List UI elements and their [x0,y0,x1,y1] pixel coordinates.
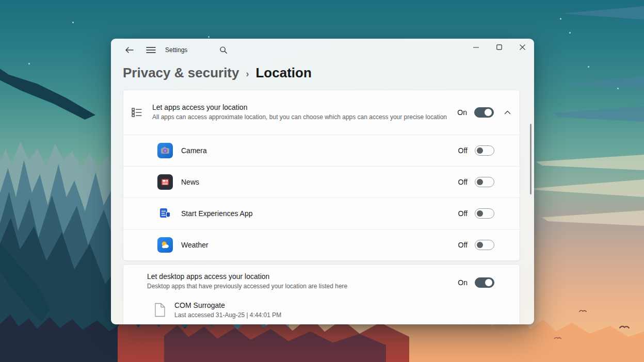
camera-location-toggle[interactable] [475,145,494,156]
app-row-news: News Off [123,166,520,198]
close-button[interactable] [511,39,534,56]
location-expander-header[interactable]: Let apps access your location All apps c… [123,90,520,135]
app-row-camera: Camera Off [123,135,520,166]
toggle-knob [477,242,483,248]
settings-content: Let apps access your location All apps c… [111,81,534,324]
location-apps-card: Let apps access your location All apps c… [123,90,520,261]
desktop-app-name: COM Surrogate [174,301,281,309]
search-button[interactable] [217,46,230,54]
location-expander-title: Let apps access your location [152,103,457,111]
weather-app-icon [157,237,173,253]
desktop-apps-location-toggle[interactable] [475,277,494,288]
start-experiences-location-toggle[interactable] [475,208,494,219]
titlebar: Settings [111,39,534,63]
news-location-toggle[interactable] [475,177,494,187]
back-button[interactable] [123,46,135,54]
minimize-button[interactable] [464,39,488,56]
app-title: Settings [165,46,187,54]
app-name: News [181,178,458,186]
toggle-knob [477,210,483,217]
maximize-icon [496,44,502,50]
chevron-up-icon [504,110,511,114]
wallpaper-star [28,63,30,64]
start-experiences-app-icon [157,206,173,221]
desktop-apps-title: Let desktop apps access your location [147,272,452,281]
app-row-start-experiences: Start Experiences App Off [123,198,520,229]
camera-app-icon [157,143,173,158]
weather-toggle-state-label: Off [458,241,468,249]
camera-toggle-state-label: Off [458,146,468,155]
wallpaper-pine-branch [0,62,95,120]
document-icon [154,303,166,317]
wallpaper-star [617,88,619,89]
wallpaper-cloud [542,210,644,226]
bird-silhouette [619,325,630,329]
close-icon [520,44,525,50]
wallpaper-star [560,18,561,20]
bird-silhouette [579,309,587,312]
app-name: Weather [181,241,458,249]
location-toggle-state-label: On [457,108,467,117]
location-expander-description: All apps can access approximate location… [152,113,457,122]
bird-silhouette [554,336,561,340]
breadcrumb-privacy-security[interactable]: Privacy & security [123,65,239,81]
location-toggle[interactable] [474,107,494,118]
wallpaper-star [208,36,210,38]
start-experiences-toggle-state-label: Off [458,209,468,218]
toggle-knob [485,109,492,116]
desktop-apps-description: Desktop apps that have previously access… [147,282,452,291]
app-name: Start Experiences App [181,209,458,218]
desktop-apps-header: Let desktop apps access your location De… [123,265,520,295]
desktop-app-last-accessed: Last accessed 31-Aug-25 | 4:44:01 PM [174,311,281,319]
scrollbar-thumb[interactable] [530,124,532,194]
news-toggle-state-label: Off [458,178,468,186]
window-controls [464,39,534,56]
wallpaper-cloud [536,155,644,170]
page-title: Location [255,65,311,81]
app-row-weather: Weather Off [123,229,520,260]
wallpaper-cloud [568,76,644,90]
breadcrumb: Privacy & security › Location [111,63,534,81]
settings-window: Settings Privacy & security › Location [111,39,534,324]
desktop-app-item-com-surrogate: COM Surrogate Last accessed 31-Aug-25 | … [123,295,520,324]
wallpaper-cloud [561,6,644,20]
hamburger-icon [146,46,156,54]
wallpaper-star [72,22,74,23]
toggle-knob [477,147,483,154]
wallpaper-star [569,32,571,34]
wallpaper-cloud [522,179,644,197]
toggle-knob [485,279,492,286]
back-arrow-icon [125,46,134,54]
desktop-apps-toggle-state-label: On [458,278,468,287]
wallpaper-star [588,66,589,68]
search-icon [219,46,228,54]
toggle-knob [477,179,483,185]
desktop-apps-card: Let desktop apps access your location De… [123,264,520,324]
weather-location-toggle[interactable] [475,240,494,250]
collapse-expander-button[interactable] [503,110,511,114]
app-name: Camera [181,146,458,155]
wallpaper-cloud [553,106,644,122]
hamburger-menu-button[interactable] [144,46,157,54]
maximize-button[interactable] [488,39,511,56]
apps-list-icon [132,107,142,118]
news-app-icon [157,174,173,190]
breadcrumb-separator: › [246,69,249,79]
minimize-icon [473,47,479,48]
